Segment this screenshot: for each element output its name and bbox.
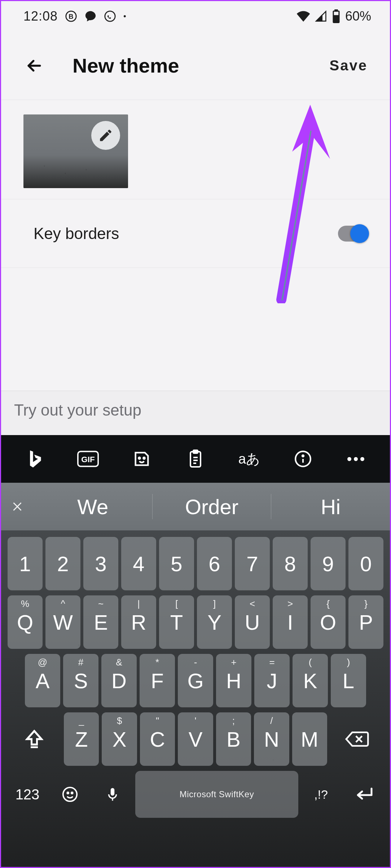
key-3[interactable]: 3: [83, 537, 118, 590]
arrow-left-icon: [25, 56, 44, 75]
translate-icon[interactable]: aあ: [231, 443, 267, 475]
pencil-icon: [98, 128, 113, 143]
bold-circle-icon: B: [65, 10, 77, 22]
key-8[interactable]: 8: [273, 537, 308, 590]
punctuation-key[interactable]: ,!?: [301, 771, 341, 818]
numeric-key[interactable]: 123: [8, 771, 47, 818]
svg-point-8: [139, 457, 140, 459]
edit-theme-button[interactable]: [91, 121, 120, 150]
battery-icon: [331, 9, 341, 23]
key-z[interactable]: _Z: [64, 712, 99, 766]
theme-preview-section: [1, 100, 390, 199]
wifi-icon: [296, 10, 311, 22]
key-borders-row[interactable]: Key borders: [1, 199, 390, 268]
smile-icon: [62, 786, 78, 803]
svg-rect-17: [111, 788, 115, 796]
key-u[interactable]: <U: [235, 595, 270, 649]
key-4[interactable]: 4: [121, 537, 156, 590]
more-icon[interactable]: •••: [338, 443, 374, 475]
sticker-icon[interactable]: [124, 443, 160, 475]
clipboard-icon[interactable]: [177, 443, 214, 475]
enter-icon: [353, 786, 374, 803]
key-borders-toggle[interactable]: [338, 226, 368, 242]
key-b[interactable]: ;B: [216, 712, 251, 766]
key-o[interactable]: {O: [311, 595, 346, 649]
key-q[interactable]: %Q: [8, 595, 43, 649]
key-n[interactable]: /N: [254, 712, 289, 766]
key-1[interactable]: 1: [8, 537, 43, 590]
save-button[interactable]: Save: [330, 57, 368, 74]
key-borders-label: Key borders: [34, 225, 119, 243]
suggestion-3[interactable]: Hi: [271, 495, 390, 519]
key-row-1: 1234567890: [4, 537, 387, 590]
key-k[interactable]: (K: [293, 654, 328, 707]
svg-rect-4: [335, 10, 337, 11]
key-f[interactable]: *F: [140, 654, 175, 707]
status-bar: 12:08 B • 60%: [1, 1, 390, 31]
svg-point-14: [63, 787, 77, 801]
key-a[interactable]: @A: [25, 654, 60, 707]
dot-icon: •: [123, 12, 126, 21]
tryout-section: [1, 391, 390, 435]
shift-icon: [23, 728, 45, 750]
key-2[interactable]: 2: [45, 537, 80, 590]
key-row-3: @A#S&D*F-G+H=J(K)L: [4, 654, 387, 707]
key-g[interactable]: -G: [178, 654, 213, 707]
suggestion-1[interactable]: We: [34, 495, 152, 519]
emoji-key[interactable]: [50, 771, 90, 818]
toggle-knob: [350, 224, 369, 243]
key-y[interactable]: ]Y: [197, 595, 232, 649]
suggestion-bar: We Order Hi: [1, 483, 390, 530]
key-0[interactable]: 0: [348, 537, 383, 590]
backspace-key[interactable]: [330, 712, 383, 766]
battery-text: 60%: [345, 9, 371, 24]
keyboard-toolbar: GIF aあ •••: [1, 435, 390, 483]
space-key[interactable]: Microsoft SwiftKey: [135, 771, 298, 818]
mic-key[interactable]: [93, 771, 132, 818]
svg-point-9: [143, 457, 145, 459]
key-l[interactable]: )L: [331, 654, 366, 707]
close-icon: [11, 500, 24, 513]
key-m[interactable]: M: [292, 712, 327, 766]
suggestion-close[interactable]: [1, 500, 34, 513]
key-c[interactable]: "C: [140, 712, 175, 766]
tryout-input[interactable]: [14, 401, 377, 419]
key-p[interactable]: }P: [348, 595, 383, 649]
signal-icon: [315, 10, 327, 22]
key-d[interactable]: &D: [101, 654, 137, 707]
enter-key[interactable]: [344, 771, 383, 818]
bing-icon[interactable]: [16, 443, 52, 475]
spacer: [1, 268, 390, 391]
key-row-4: _Z$X"C'V;B/NM: [4, 712, 387, 766]
key-r[interactable]: |R: [121, 595, 156, 649]
key-5[interactable]: 5: [159, 537, 194, 590]
shift-key[interactable]: [8, 712, 61, 766]
svg-text:GIF: GIF: [82, 455, 95, 464]
info-icon[interactable]: [285, 443, 321, 475]
keyboard: GIF aあ ••• We Order Hi 1234567890 %Q^W~E…: [1, 435, 390, 868]
key-e[interactable]: ~E: [83, 595, 118, 649]
key-6[interactable]: 6: [197, 537, 232, 590]
key-s[interactable]: #S: [63, 654, 98, 707]
key-9[interactable]: 9: [311, 537, 346, 590]
key-i[interactable]: >I: [273, 595, 308, 649]
status-left: 12:08 B •: [23, 9, 126, 24]
suggestion-2[interactable]: Order: [153, 495, 271, 519]
back-button[interactable]: [23, 55, 45, 77]
svg-point-13: [302, 455, 304, 457]
page-title: New theme: [73, 54, 179, 77]
status-right: 60%: [296, 9, 371, 24]
key-7[interactable]: 7: [235, 537, 270, 590]
gif-icon[interactable]: GIF: [70, 443, 106, 475]
key-w[interactable]: ^W: [45, 595, 80, 649]
key-t[interactable]: [T: [159, 595, 194, 649]
backspace-icon: [344, 730, 369, 748]
key-x[interactable]: $X: [102, 712, 137, 766]
key-v[interactable]: 'V: [178, 712, 213, 766]
key-h[interactable]: +H: [216, 654, 251, 707]
clock: 12:08: [23, 9, 58, 24]
svg-rect-5: [334, 16, 339, 22]
svg-point-15: [67, 792, 69, 794]
key-j[interactable]: =J: [254, 654, 290, 707]
theme-thumbnail[interactable]: [23, 114, 128, 188]
